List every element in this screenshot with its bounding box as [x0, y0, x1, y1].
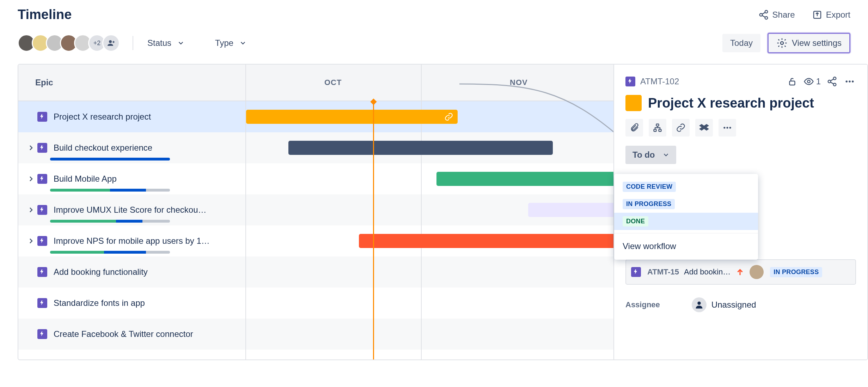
- epic-column-header: Epic: [18, 65, 245, 101]
- epic-row[interactable]: Project X research project: [18, 101, 245, 132]
- share-button[interactable]: Share: [758, 10, 795, 20]
- type-filter-label: Type: [215, 38, 233, 48]
- epic-color-swatch[interactable]: [625, 95, 642, 111]
- issue-title[interactable]: Project X research project: [648, 96, 814, 111]
- status-filter-label: Status: [147, 38, 171, 48]
- view-settings-button[interactable]: View settings: [768, 33, 850, 53]
- view-workflow-link[interactable]: View workflow: [614, 234, 758, 260]
- issue-detail-panel: ATMT-102 1 Project X research project To…: [613, 65, 867, 359]
- assignee-value: Unassigned: [711, 300, 756, 310]
- share-icon: [758, 10, 769, 20]
- epic-icon: [37, 205, 47, 215]
- link-icon: [676, 123, 686, 133]
- export-button[interactable]: Export: [812, 10, 850, 20]
- epic-icon: [37, 298, 47, 308]
- view-settings-label: View settings: [792, 38, 842, 48]
- unassigned-avatar-icon: [692, 297, 707, 312]
- page-title: Timeline: [18, 7, 72, 22]
- month-label-oct: OCT: [324, 78, 342, 87]
- epic-icon: [37, 174, 47, 184]
- gantt-bar[interactable]: [359, 234, 620, 248]
- epic-icon: [631, 267, 641, 277]
- gantt-bar[interactable]: [288, 141, 553, 155]
- epic-name: Improve NPS for mobile app users by 1…: [54, 236, 210, 246]
- epic-row[interactable]: Improve NPS for mobile app users by 1…: [18, 225, 245, 256]
- epic-name: Standardize fonts in app: [54, 298, 145, 308]
- month-label-nov: NOV: [510, 78, 528, 87]
- epic-icon: [37, 267, 47, 277]
- gear-icon: [776, 37, 788, 49]
- divider: [133, 36, 133, 50]
- assignee-label: Assignee: [625, 300, 660, 309]
- watchers-button[interactable]: 1: [803, 76, 821, 87]
- link-button[interactable]: [672, 119, 690, 137]
- more-tools-button[interactable]: [719, 119, 736, 137]
- epic-row[interactable]: Improve UMUX Lite Score for checkou…: [18, 194, 245, 225]
- status-lozenge: DONE: [623, 216, 648, 226]
- dropbox-button[interactable]: [695, 119, 713, 137]
- status-option-code-review[interactable]: CODE REVIEW: [614, 178, 758, 195]
- status-filter[interactable]: Status: [146, 35, 185, 51]
- tree-icon: [653, 123, 662, 133]
- epic-row[interactable]: Add booking functionality: [18, 256, 245, 288]
- assignee-field[interactable]: Unassigned: [692, 297, 756, 312]
- more-actions-button[interactable]: [843, 75, 856, 88]
- priority-high-icon: [735, 267, 745, 277]
- expand-toggle[interactable]: [25, 206, 37, 213]
- gantt-bar[interactable]: [528, 203, 620, 217]
- status-lozenge: IN PROGRESS: [623, 199, 675, 209]
- gantt-bar[interactable]: [436, 172, 620, 186]
- expand-toggle[interactable]: [25, 144, 37, 151]
- expand-toggle[interactable]: [25, 237, 37, 244]
- epic-name: Build Mobile App: [54, 174, 117, 184]
- epic-name: Create Facebook & Twitter connector: [54, 329, 193, 339]
- epic-row[interactable]: [18, 350, 245, 360]
- chevron-down-icon: [663, 152, 669, 158]
- child-status-lozenge[interactable]: IN PROGRESS: [770, 267, 822, 277]
- today-button[interactable]: Today: [722, 34, 760, 52]
- epic-row[interactable]: Standardize fonts in app: [18, 288, 245, 319]
- gantt-bar[interactable]: [246, 110, 458, 124]
- assignee-avatar[interactable]: [750, 265, 764, 279]
- epic-icon: [37, 112, 47, 122]
- more-icon: [844, 76, 855, 87]
- chevron-right-icon: [27, 175, 35, 182]
- unlock-icon: [787, 76, 797, 87]
- month-separator: [421, 65, 422, 101]
- child-issue-key[interactable]: ATMT-15: [647, 267, 679, 277]
- epic-icon: [37, 329, 47, 339]
- epic-row[interactable]: Build checkout experience: [18, 132, 245, 163]
- paperclip-icon: [629, 123, 639, 133]
- attach-button[interactable]: [625, 119, 643, 137]
- epic-icon: [37, 143, 47, 153]
- status-lozenge: CODE REVIEW: [623, 182, 676, 192]
- status-dropdown[interactable]: To do: [625, 146, 676, 164]
- type-filter[interactable]: Type: [214, 35, 247, 51]
- status-option-in-progress[interactable]: IN PROGRESS: [614, 195, 758, 213]
- chevron-right-icon: [27, 237, 35, 244]
- share-label: Share: [772, 10, 795, 20]
- eye-icon: [803, 76, 814, 87]
- add-child-button[interactable]: [649, 119, 666, 137]
- export-icon: [812, 10, 823, 20]
- export-label: Export: [826, 10, 850, 20]
- add-people-button[interactable]: [102, 34, 120, 52]
- child-issue-row[interactable]: ATMT-15 Add bookin… IN PROGRESS: [625, 259, 856, 285]
- status-option-done[interactable]: DONE: [614, 213, 758, 230]
- today-marker: [373, 101, 374, 359]
- epic-row[interactable]: Build Mobile App: [18, 163, 245, 194]
- epic-name: Build checkout experience: [54, 143, 152, 153]
- expand-toggle[interactable]: [25, 175, 37, 182]
- link-icon: [444, 112, 453, 121]
- chevron-down-icon: [240, 40, 246, 46]
- issue-key[interactable]: ATMT-102: [640, 77, 679, 86]
- share-button[interactable]: [826, 75, 838, 88]
- lock-button[interactable]: [786, 75, 799, 88]
- share-icon: [827, 76, 837, 87]
- epic-row[interactable]: Create Facebook & Twitter connector: [18, 319, 245, 350]
- chevron-right-icon: [27, 206, 35, 213]
- child-issue-summary: Add bookin…: [684, 267, 731, 277]
- epic-icon: [37, 236, 47, 246]
- epic-name: Add booking functionality: [54, 267, 148, 277]
- chevron-right-icon: [27, 144, 35, 151]
